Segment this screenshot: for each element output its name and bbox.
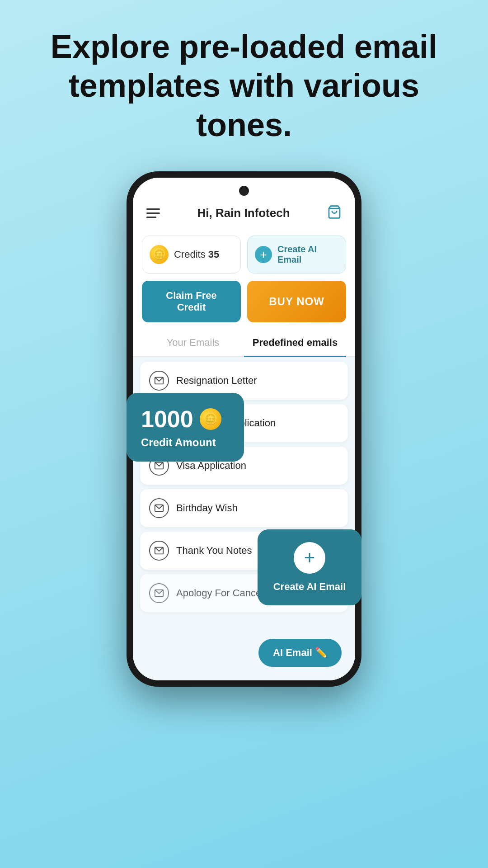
tab-your-emails[interactable]: Your Emails (142, 330, 244, 356)
float-credit-box: 1000 🪙 Credit Amount (127, 393, 244, 462)
headline-line1: Explore pre-loaded email (51, 28, 437, 65)
headline-line2: templates with various tones. (69, 67, 419, 142)
coin-icon: 🪙 (150, 245, 169, 264)
float-credit-amount: 1000 🪙 (141, 406, 230, 433)
email-item-label: Birthday Wish (176, 502, 238, 514)
phone-container: Hi, Rain Infotech 🪙 Credits 35 + Create … (127, 171, 361, 705)
credits-value: 35 (208, 249, 219, 260)
tabs-bar: Your Emails Predefined emails (133, 330, 355, 357)
app-title: Hi, Rain Infotech (197, 206, 290, 220)
camera-notch (239, 186, 249, 196)
headline: Explore pre-loaded email templates with … (0, 27, 488, 144)
email-icon (149, 583, 169, 603)
float-create-label: Create AI Email (273, 581, 346, 593)
email-icon (149, 541, 169, 561)
email-icon (149, 371, 169, 391)
email-item-label: Resignation Letter (176, 375, 257, 387)
float-credit-label: Credit Amount (141, 436, 230, 449)
float-create-email-box[interactable]: + Create AI Email (258, 529, 361, 605)
ai-email-button[interactable]: AI Email ✏️ (258, 639, 342, 667)
plus-circle-icon: + (255, 246, 272, 263)
app-header: Hi, Rain Infotech (133, 178, 355, 228)
create-email-card-label: Create AI Email (277, 244, 338, 265)
hamburger-icon[interactable] (146, 208, 160, 218)
email-item-label: Thank You Notes (176, 545, 252, 557)
credits-card: 🪙 Credits 35 (142, 236, 241, 274)
email-item-label: Visa Application (176, 460, 246, 472)
tab-predefined-emails[interactable]: Predefined emails (244, 330, 346, 357)
float-plus-circle: + (294, 542, 325, 574)
credits-label: Credits 35 (174, 249, 219, 260)
create-ai-email-card[interactable]: + Create AI Email (247, 236, 346, 274)
float-credit-coin: 🪙 (200, 408, 221, 430)
buy-now-button[interactable]: BUY NOW (247, 281, 346, 322)
list-item[interactable]: Birthday Wish (140, 489, 348, 527)
action-cards: 🪙 Credits 35 + Create AI Email (133, 228, 355, 281)
cart-icon[interactable] (327, 205, 342, 221)
email-icon (149, 498, 169, 518)
float-credit-number: 1000 (141, 406, 193, 433)
claim-free-credit-button[interactable]: Claim Free Credit (142, 281, 241, 322)
cta-buttons: Claim Free Credit BUY NOW (133, 281, 355, 330)
